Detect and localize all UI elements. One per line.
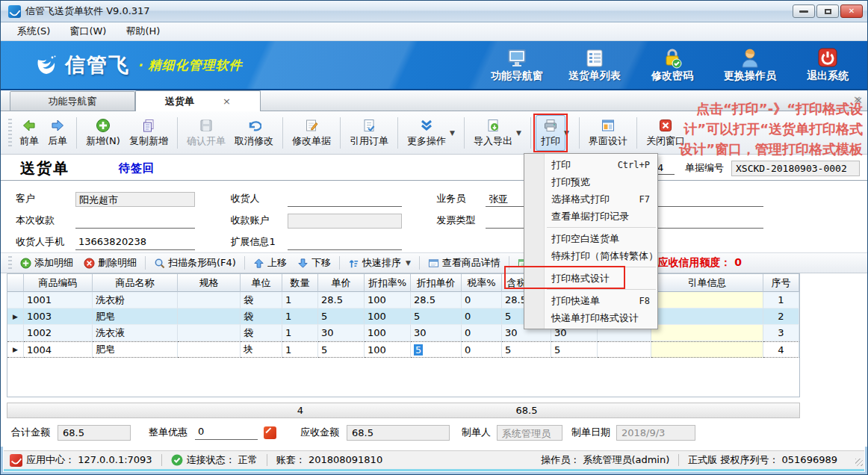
cell[interactable]: 1	[282, 325, 318, 341]
cell[interactable]: 洗衣液	[93, 325, 178, 341]
cell[interactable]: 30	[318, 325, 365, 341]
doc-no-field[interactable]: XSCKD-20180903-0002	[731, 161, 860, 176]
cancel-edit-button[interactable]: 取消修改	[230, 115, 278, 151]
cell[interactable]: 0	[462, 325, 502, 341]
tab-close-icon[interactable]: ×	[223, 96, 231, 107]
discount-field[interactable]: 0	[195, 425, 258, 440]
more-actions-button[interactable]: 更多操作▼	[403, 115, 450, 151]
cell[interactable]: 5	[411, 308, 462, 325]
minimize-button[interactable]	[793, 4, 815, 18]
row-selector[interactable]: ▶	[7, 308, 24, 325]
editing-cell-selection[interactable]: 5	[414, 344, 423, 356]
cell[interactable]: 0	[462, 341, 502, 358]
delete-line-button[interactable]: 删除明细	[78, 256, 142, 270]
table-row[interactable]: 1002洗衣液袋13010030030303	[7, 325, 799, 341]
print-menu-item[interactable]: 打印空白送货单	[524, 230, 657, 247]
cell[interactable]: 1	[282, 292, 318, 308]
print-menu-item[interactable]: 打印快递单F8	[524, 292, 657, 309]
new-button[interactable]: 新增(N)	[81, 115, 125, 151]
row-selector[interactable]	[7, 325, 24, 341]
cell[interactable]: 100	[365, 325, 411, 341]
tab-delivery-order[interactable]: 送货单 ×	[135, 90, 261, 111]
annotation-close-icon[interactable]: ✕	[855, 95, 863, 106]
field-input[interactable]	[645, 214, 763, 229]
banner-action-order-list[interactable]: 送货单列表	[565, 48, 624, 83]
banner-action-change-password[interactable]: 修改密码	[643, 48, 701, 83]
table-row[interactable]: ▶1003肥皂袋1510050552	[7, 308, 799, 325]
cell[interactable]: 100	[365, 308, 411, 325]
prev-doc-button[interactable]: 前单	[15, 115, 43, 151]
table-row[interactable]: ▶1004肥皂块1510050554	[7, 341, 799, 358]
ui-design-button[interactable]: 界面设计	[584, 115, 632, 151]
print-menu-item[interactable]: 特殊打印（简体转繁体）	[524, 247, 657, 264]
cell[interactable]	[598, 341, 651, 358]
cell[interactable]: 5	[318, 308, 365, 325]
field-input[interactable]	[288, 192, 403, 207]
cell[interactable]: 28.5	[318, 292, 365, 308]
column-header[interactable]	[7, 274, 24, 292]
cell[interactable]	[651, 292, 763, 308]
cell[interactable]: 0	[462, 292, 502, 308]
field-input[interactable]	[288, 214, 403, 229]
print-menu-item[interactable]: 打印预览	[524, 173, 657, 190]
cell[interactable]: 4	[763, 341, 799, 358]
row-selector[interactable]	[7, 292, 24, 308]
cell[interactable]: 5	[318, 341, 365, 358]
banner-action-exit[interactable]: 退出系统	[799, 48, 857, 83]
cell[interactable]: 1	[282, 308, 318, 325]
menu-help[interactable]: 帮助(H)	[117, 23, 169, 40]
cell[interactable]: 3	[763, 325, 799, 341]
cell[interactable]: 肥皂	[93, 341, 178, 358]
edit-doc-button[interactable]: 修改单据	[288, 115, 335, 151]
column-header[interactable]: 商品编码	[24, 274, 93, 292]
print-button[interactable]: 打印▼	[536, 115, 565, 151]
cell[interactable]: 100	[365, 341, 411, 358]
reference-order-button[interactable]: 引用订单	[345, 115, 393, 151]
column-header[interactable]: 数量	[282, 274, 318, 292]
column-header[interactable]: 单价	[318, 274, 365, 292]
cell[interactable]: 0	[462, 308, 502, 325]
cell[interactable]: 洗衣粉	[93, 292, 178, 308]
cell[interactable]: 1002	[24, 325, 93, 341]
column-header[interactable]: 规格	[178, 274, 241, 292]
discount-edit-icon[interactable]	[264, 426, 276, 439]
cell[interactable]: 2	[763, 308, 799, 325]
cell[interactable]	[178, 292, 241, 308]
column-header[interactable]: 单位	[241, 274, 282, 292]
cell[interactable]	[178, 341, 241, 358]
field-input[interactable]	[645, 192, 763, 207]
cell[interactable]: 5	[502, 341, 551, 358]
field-input[interactable]: 13663820238	[75, 235, 195, 250]
print-menu-item[interactable]: 打印格式设计	[524, 270, 657, 287]
cell[interactable]: 1001	[24, 292, 93, 308]
cell[interactable]: 5	[551, 341, 598, 358]
cell[interactable]: 袋	[241, 308, 282, 325]
column-header[interactable]: 折扣单价	[411, 274, 462, 292]
column-header[interactable]: 商品名称	[93, 274, 178, 292]
confirm-button[interactable]: 确认开单	[182, 115, 230, 151]
cell[interactable]	[651, 341, 763, 358]
cell[interactable]	[651, 325, 763, 341]
copy-new-button[interactable]: 复制新增	[125, 115, 173, 151]
close-button[interactable]: ✕	[840, 4, 863, 18]
cell[interactable]: 肥皂	[93, 308, 178, 325]
menu-window[interactable]: 窗口(W)	[61, 23, 115, 40]
cell[interactable]: 1	[763, 292, 799, 308]
cell[interactable]: 袋	[241, 292, 282, 308]
cell[interactable]: 5	[411, 341, 462, 358]
tab-nav-window[interactable]: 功能导航窗	[10, 91, 135, 111]
move-up-button[interactable]: 上移	[248, 256, 292, 270]
print-menu-item[interactable]: 快递单打印格式设计	[524, 309, 657, 326]
print-menu-item[interactable]: 选择格式打印F7	[524, 190, 657, 208]
print-menu-item[interactable]: 查看单据打印记录	[524, 208, 657, 225]
move-down-button[interactable]: 下移	[292, 256, 336, 270]
cell[interactable]	[651, 308, 763, 325]
field-input[interactable]: 阳光超市	[75, 192, 195, 207]
cell[interactable]: 30	[411, 325, 462, 341]
import-export-button[interactable]: 导入导出▼	[469, 115, 517, 151]
column-header[interactable]: 税率%	[462, 274, 502, 292]
cell[interactable]: 块	[241, 341, 282, 358]
column-header[interactable]: 引单信息	[651, 274, 763, 292]
cell[interactable]: 1004	[24, 341, 93, 358]
add-line-button[interactable]: 添加明细	[15, 256, 78, 270]
